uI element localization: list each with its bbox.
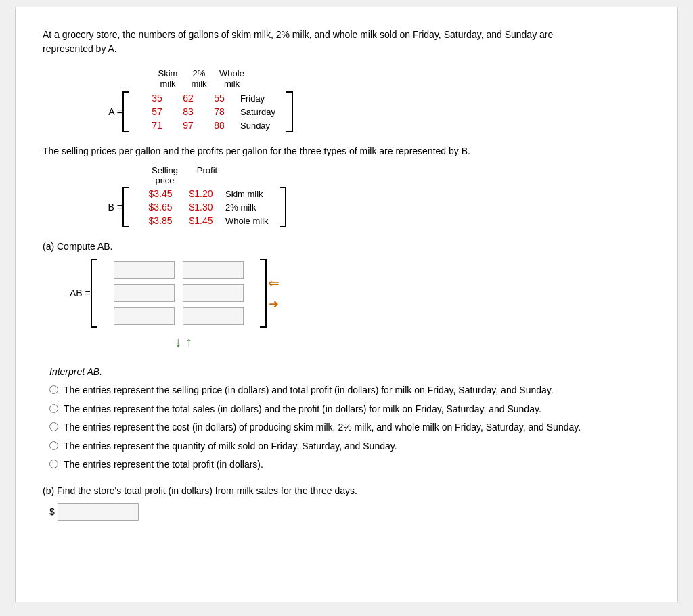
table-row: $3.65 $1.30 2% milk bbox=[140, 200, 269, 214]
a-r1-label: Friday bbox=[240, 93, 265, 104]
dollar-sign: $ bbox=[49, 506, 55, 517]
a-r1c3: 55 bbox=[202, 93, 236, 104]
b-r1c2: $1.20 bbox=[181, 188, 221, 199]
a-r2c3: 78 bbox=[202, 106, 236, 117]
ab-r1c2-input[interactable] bbox=[183, 261, 244, 279]
radio-option-1[interactable]: The entries represent the selling price … bbox=[49, 384, 650, 397]
arrow-up-icon[interactable]: ⇐ bbox=[268, 276, 280, 290]
section-b-text: The selling prices per gallon and the pr… bbox=[43, 144, 650, 158]
radio-input-3[interactable] bbox=[49, 422, 58, 431]
radio-text-3: The entries represent the cost (in dolla… bbox=[64, 421, 581, 435]
ab-input-row-2 bbox=[110, 282, 248, 305]
header-skim: Skimmilk bbox=[151, 68, 185, 89]
interpret-section: Interpret AB. The entries represent the … bbox=[49, 366, 650, 472]
radio-input-4[interactable] bbox=[49, 441, 58, 450]
radio-input-2[interactable] bbox=[49, 404, 58, 413]
table-row: 57 83 78 Saturday bbox=[140, 105, 275, 118]
table-row: $3.85 $1.45 Whole milk bbox=[140, 214, 269, 227]
ab-r3c2-input[interactable] bbox=[183, 307, 244, 325]
arrow-up-2-icon[interactable]: ↑ bbox=[185, 334, 192, 350]
matrix-b-section: Sellingprice Profit B = $3.45 $1.20 Skim… bbox=[43, 165, 650, 227]
ab-input-row-3 bbox=[110, 305, 248, 328]
bracket-right-b bbox=[280, 187, 286, 227]
b-r3c2: $1.45 bbox=[181, 215, 221, 226]
ab-input-row-1 bbox=[110, 259, 248, 282]
arrow-right-icon[interactable]: ➜ bbox=[269, 298, 279, 310]
interpret-label: Interpret AB. bbox=[49, 366, 650, 377]
matrix-a-container: A = 35 62 55 Friday 57 83 78 bbox=[43, 91, 650, 132]
b-r1c1: $3.45 bbox=[140, 188, 181, 199]
radio-input-5[interactable] bbox=[49, 460, 58, 468]
matrix-b-data: $3.45 $1.20 Skim milk $3.65 $1.30 2% mil… bbox=[140, 187, 269, 227]
ab-bracket-right bbox=[260, 259, 267, 328]
ab-label: AB = bbox=[70, 288, 91, 299]
arrow-down-icon[interactable]: ↓ bbox=[175, 334, 181, 350]
part-b-profit-input[interactable] bbox=[58, 503, 139, 521]
radio-text-5: The entries represent the total profit (… bbox=[64, 458, 263, 472]
bracket-left-b bbox=[122, 187, 129, 227]
ab-r3c1-input[interactable] bbox=[114, 307, 175, 325]
b-r3c1: $3.85 bbox=[140, 215, 181, 226]
header-selling: Sellingprice bbox=[143, 165, 187, 185]
a-r2c1: 57 bbox=[140, 106, 174, 117]
matrix-a-headers: Skimmilk 2%milk Wholemilk bbox=[151, 68, 650, 89]
part-b-section: (b) Find the store's total profit (in do… bbox=[43, 485, 650, 521]
b-r1-label: Skim milk bbox=[225, 189, 263, 199]
header-whole: Wholemilk bbox=[213, 68, 250, 89]
a-r3-label: Sunday bbox=[240, 120, 270, 131]
ab-matrix-section: AB = bbox=[70, 259, 650, 328]
table-row: 35 62 55 Friday bbox=[140, 91, 275, 105]
part-b-input-row: $ bbox=[49, 503, 650, 521]
intro-text-line2: represented by A. bbox=[43, 43, 117, 54]
ab-r2c1-input[interactable] bbox=[114, 284, 175, 302]
header-profit: Profit bbox=[187, 165, 227, 185]
ab-matrix-inputs bbox=[110, 259, 248, 328]
radio-input-1[interactable] bbox=[49, 385, 58, 394]
ab-r2c2-input[interactable] bbox=[183, 284, 244, 302]
matrix-b-headers: Sellingprice Profit bbox=[143, 165, 650, 185]
intro-paragraph: At a grocery store, the numbers of gallo… bbox=[43, 28, 650, 56]
bracket-left-a bbox=[122, 91, 129, 132]
ab-bracket-left bbox=[91, 259, 97, 328]
b-r2-label: 2% milk bbox=[225, 202, 256, 213]
a-r1c1: 35 bbox=[140, 93, 174, 104]
radio-option-3[interactable]: The entries represent the cost (in dolla… bbox=[49, 421, 650, 435]
ab-arrows-bottom: ↓ ↑ bbox=[175, 334, 650, 350]
b-r2c2: $1.30 bbox=[181, 202, 221, 213]
part-a-label: (a) Compute AB. bbox=[43, 241, 650, 252]
a-r2c2: 83 bbox=[174, 106, 202, 117]
b-r2c1: $3.65 bbox=[140, 202, 181, 213]
a-r3c3: 88 bbox=[202, 120, 236, 131]
part-b-label: (b) Find the store's total profit (in do… bbox=[43, 485, 650, 496]
b-r3-label: Whole milk bbox=[225, 216, 269, 226]
a-r1c2: 62 bbox=[174, 93, 202, 104]
a-r3c1: 71 bbox=[140, 120, 174, 131]
a-r3c2: 97 bbox=[174, 120, 202, 131]
radio-text-2: The entries represent the total sales (i… bbox=[64, 403, 541, 416]
intro-text-line1: At a grocery store, the numbers of gallo… bbox=[43, 29, 553, 40]
matrix-a-label: A = bbox=[43, 106, 131, 117]
radio-text-4: The entries represent the quantity of mi… bbox=[64, 440, 397, 454]
table-row: $3.45 $1.20 Skim milk bbox=[140, 187, 269, 200]
radio-option-2[interactable]: The entries represent the total sales (i… bbox=[49, 403, 650, 416]
main-page: At a grocery store, the numbers of gallo… bbox=[15, 7, 678, 602]
header-2pct: 2%milk bbox=[185, 68, 213, 89]
radio-text-1: The entries represent the selling price … bbox=[64, 384, 554, 397]
matrix-a-data: 35 62 55 Friday 57 83 78 Saturday 71 bbox=[140, 91, 275, 132]
matrix-a-section: Skimmilk 2%milk Wholemilk A = 35 62 55 F… bbox=[43, 68, 650, 132]
table-row: 71 97 88 Sunday bbox=[140, 118, 275, 132]
bracket-right-a bbox=[286, 91, 293, 132]
radio-option-4[interactable]: The entries represent the quantity of mi… bbox=[49, 440, 650, 454]
radio-option-5[interactable]: The entries represent the total profit (… bbox=[49, 458, 650, 472]
ab-r1c1-input[interactable] bbox=[114, 261, 175, 279]
matrix-b-label: B = bbox=[43, 202, 131, 213]
matrix-b-container: B = $3.45 $1.20 Skim milk $3.65 $1.30 2%… bbox=[43, 187, 650, 227]
a-r2-label: Saturday bbox=[240, 107, 275, 117]
